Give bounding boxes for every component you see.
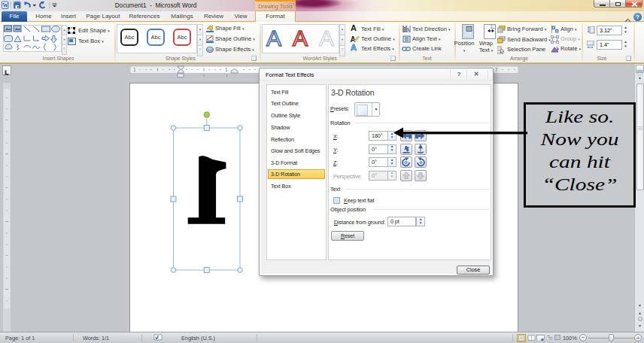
svg-text:1: 1 [225,67,228,72]
svg-text:1: 1 [133,67,136,72]
svg-text:7: 7 [495,67,498,72]
svg-text:A: A [351,35,356,44]
svg-text:W: W [3,2,9,9]
